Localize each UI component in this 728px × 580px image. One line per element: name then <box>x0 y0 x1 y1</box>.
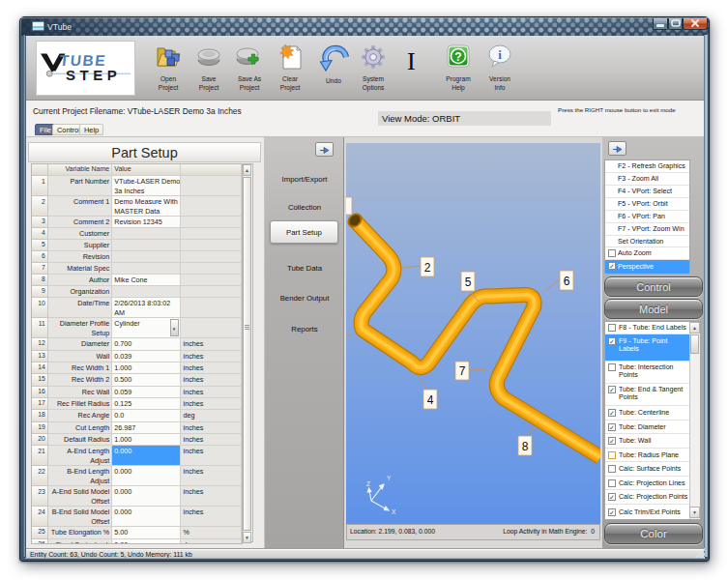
svg-text:Y: Y <box>387 475 392 481</box>
svg-text:6: 6 <box>564 275 570 288</box>
svg-text:X: X <box>392 508 396 515</box>
svg-text:?: ? <box>454 50 461 64</box>
svg-text:STEP: STEP <box>66 67 121 83</box>
svg-text:4: 4 <box>427 393 434 407</box>
svg-text:7: 7 <box>459 364 466 378</box>
svg-text:Z: Z <box>366 480 370 487</box>
svg-text:2: 2 <box>424 261 431 275</box>
svg-text:i: i <box>498 47 502 62</box>
svg-text:5: 5 <box>465 276 472 289</box>
svg-text:8: 8 <box>522 440 529 453</box>
